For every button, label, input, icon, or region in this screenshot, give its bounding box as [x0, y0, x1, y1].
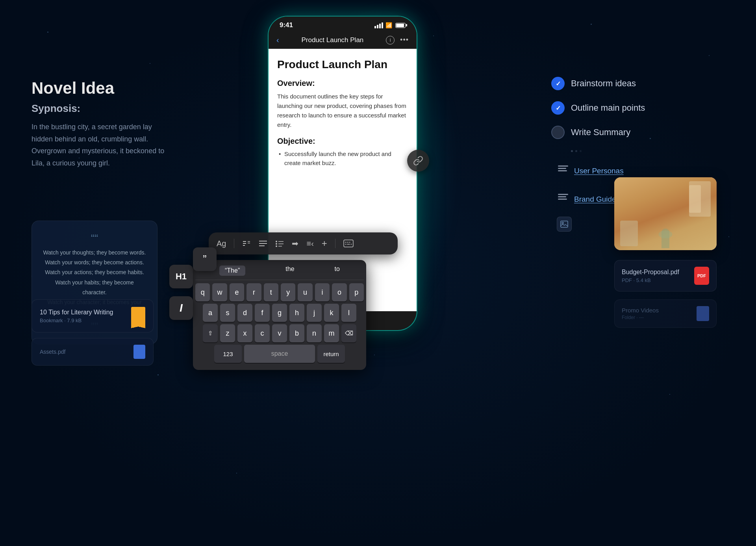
key-d[interactable]: d [237, 304, 252, 322]
key-delete[interactable]: ⌫ [341, 324, 356, 342]
novel-panel: Novel Idea Sypnosis: In the bustling cit… [32, 79, 165, 169]
suggestion-the2[interactable]: the [285, 266, 294, 276]
bookmark-card[interactable]: 10 Tips for Literary Writing Bookmark · … [32, 299, 154, 332]
checkmark-1: ✓ [556, 80, 561, 87]
key-n[interactable]: n [307, 324, 322, 342]
key-c[interactable]: c [255, 324, 270, 342]
key-w[interactable]: w [212, 283, 227, 301]
key-p[interactable]: p [349, 283, 364, 301]
bottom-right-title: Promo Videos [622, 307, 659, 314]
small-card-text: Assets.pdf [40, 349, 65, 355]
toolbar-heading-btn[interactable] [242, 240, 251, 247]
toolbar-indent-btn[interactable]: ➡ [292, 239, 298, 248]
small-asset-card[interactable]: Assets.pdf [32, 338, 154, 366]
signal-icon [374, 22, 383, 28]
quote-line-3: Watch your actions; they become habits. [43, 267, 146, 277]
checklist-item-3[interactable]: Write Summary [551, 126, 677, 139]
quote-line-2: Watch your words; they become actions. [43, 258, 146, 267]
link-bubble[interactable] [407, 150, 429, 172]
format-h1-button[interactable]: H1 [169, 265, 193, 288]
key-l[interactable]: l [341, 304, 356, 322]
keyboard: “The” the to q w e r t y u i o p a s d f… [193, 260, 366, 370]
battery-icon [395, 23, 406, 28]
toolbar-keyboard-btn[interactable] [343, 240, 354, 247]
quote-line-4: Watch your habits; they become character… [43, 278, 146, 297]
key-q[interactable]: q [195, 283, 210, 301]
bottom-right-icon [697, 306, 709, 321]
pdf-filesize: PDF · 5.4 kB [622, 277, 679, 283]
back-button[interactable]: ‹ [276, 35, 279, 45]
key-t[interactable]: t [264, 283, 278, 301]
toolbar-list-btn[interactable] [259, 240, 267, 247]
nav-icons: i ••• [386, 36, 409, 45]
key-v[interactable]: v [272, 324, 287, 342]
svg-point-8 [276, 241, 277, 242]
toolbar-outdent-btn[interactable]: ≡‹ [306, 239, 313, 248]
nav-title: Product Launch Plan [301, 36, 363, 44]
key-shift[interactable]: ⇧ [203, 324, 218, 342]
image-icon [560, 221, 568, 228]
key-s[interactable]: s [220, 304, 235, 322]
checkmark-2: ✓ [556, 104, 561, 112]
status-time: 9:41 [280, 21, 293, 29]
status-bar: 9:41 📶 [269, 17, 417, 32]
key-i[interactable]: i [315, 283, 330, 301]
svg-point-10 [276, 243, 277, 245]
toolbar-bullet-btn[interactable] [275, 240, 284, 247]
novel-synopsis-label: Sypnosis: [32, 102, 165, 115]
wifi-icon: 📶 [385, 22, 392, 28]
photo-thumbnail[interactable] [614, 177, 717, 250]
bottom-right-subtitle: Folder · --- [622, 315, 659, 320]
key-b[interactable]: b [289, 324, 304, 342]
format-italic-button[interactable]: I [169, 296, 193, 320]
bookmark-file-icon [131, 307, 145, 325]
quote-label: ” [203, 253, 206, 266]
brand-guidelines-icon [557, 192, 569, 206]
user-personas-icon [557, 164, 569, 178]
checklist-item-2[interactable]: ✓ Outline main points [551, 101, 677, 115]
key-return[interactable]: return [317, 345, 345, 363]
key-h[interactable]: h [289, 304, 304, 322]
info-icon[interactable]: i [386, 36, 395, 45]
key-g[interactable]: g [272, 304, 287, 322]
keyboard-row-1: q w e r t y u i o p [195, 283, 364, 301]
user-personas-link[interactable]: User Personas [574, 167, 624, 175]
bottom-right-card[interactable]: Promo Videos Folder · --- [614, 299, 717, 328]
key-z[interactable]: z [220, 324, 235, 342]
key-k[interactable]: k [324, 304, 339, 322]
key-u[interactable]: u [298, 283, 312, 301]
key-a[interactable]: a [203, 304, 218, 322]
key-r[interactable]: r [246, 283, 261, 301]
status-icons: 📶 [374, 22, 406, 28]
pdf-card[interactable]: Budget-Proposal.pdf PDF · 5.4 kB PDF [614, 260, 717, 292]
key-e[interactable]: e [230, 283, 244, 301]
pdf-file-icon: PDF [694, 267, 709, 285]
check-circle-1: ✓ [551, 77, 565, 90]
toolbar-add-btn[interactable]: + [322, 238, 327, 249]
key-m[interactable]: m [324, 324, 339, 342]
key-123[interactable]: 123 [214, 345, 242, 363]
more-icon[interactable]: ••• [400, 36, 409, 44]
key-space[interactable]: space [244, 345, 315, 363]
checklist-label-2: Outline main points [571, 103, 645, 113]
suggestion-the[interactable]: “The” [219, 266, 245, 276]
format-quote-button[interactable]: ” [193, 247, 217, 271]
suggestion-to[interactable]: to [335, 266, 340, 276]
checklist-label-1: Brainstorm ideas [571, 78, 636, 89]
key-j[interactable]: j [307, 304, 322, 322]
overview-text: This document outlines the key steps for… [277, 92, 408, 130]
h1-label: H1 [176, 271, 187, 282]
key-f[interactable]: f [255, 304, 270, 322]
key-x[interactable]: x [237, 324, 252, 342]
key-y[interactable]: y [281, 283, 295, 301]
toolbar-font-btn[interactable]: Ag [217, 239, 226, 248]
doc-title: Product Launch Plan [277, 58, 408, 71]
keyboard-row-2: a s d f g h j k l [195, 304, 364, 322]
keyboard-row-3: ⇧ z x c v b n m ⌫ [195, 324, 364, 342]
key-o[interactable]: o [332, 283, 346, 301]
svg-point-22 [562, 222, 563, 224]
decoration-dots [571, 150, 677, 152]
pdf-filename: Budget-Proposal.pdf [622, 269, 679, 276]
svg-rect-14 [344, 240, 353, 247]
checklist-item-1[interactable]: ✓ Brainstorm ideas [551, 77, 677, 90]
